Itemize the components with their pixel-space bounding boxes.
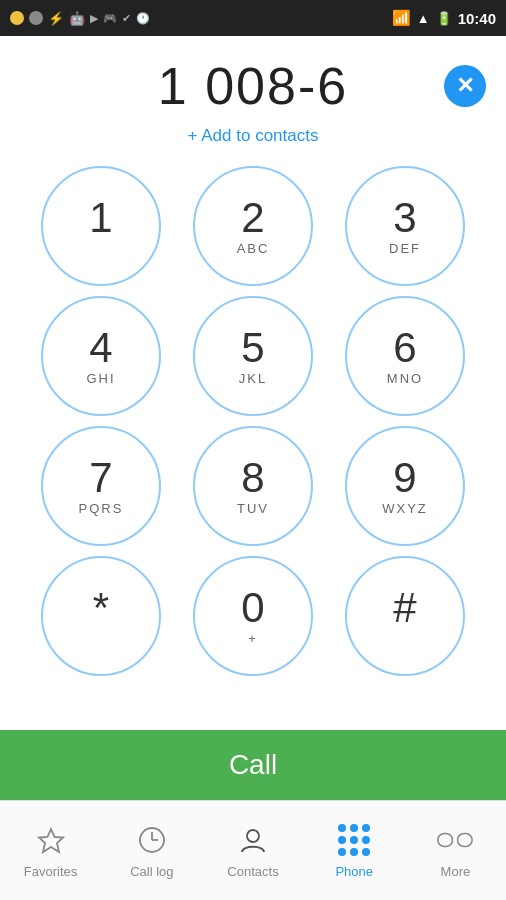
- dial-key-5[interactable]: 5JKL: [193, 296, 313, 416]
- dial-num-9: *: [93, 585, 109, 631]
- dot2: [350, 824, 358, 832]
- dial-key-2[interactable]: 2ABC: [193, 166, 313, 286]
- dial-letters-4: JKL: [239, 371, 267, 387]
- dial-letters-7: TUV: [237, 501, 269, 517]
- dial-key-#[interactable]: #: [345, 556, 465, 676]
- nav-item-favorites[interactable]: Favorites: [0, 822, 101, 879]
- dial-num-10: 0: [241, 585, 264, 631]
- dial-letters-3: GHI: [86, 371, 115, 387]
- add-to-contacts-button[interactable]: + Add to contacts: [188, 126, 319, 146]
- calllog-icon: [134, 822, 170, 858]
- clock2-icon: 🕐: [136, 12, 150, 25]
- dial-letters-8: WXYZ: [382, 501, 428, 517]
- dot4: [338, 836, 346, 844]
- contacts-label: Contacts: [227, 864, 278, 879]
- svg-rect-5: [438, 833, 453, 846]
- call-label: Call: [229, 749, 277, 781]
- dial-key-6[interactable]: 6MNO: [345, 296, 465, 416]
- wifi-icon: 📶: [392, 9, 411, 27]
- nav-item-calllog[interactable]: Call log: [101, 822, 202, 879]
- dial-key-1[interactable]: 1: [41, 166, 161, 286]
- dial-num-3: 4: [89, 325, 112, 371]
- phone-icon: [336, 822, 372, 858]
- status-time: 10:40: [458, 10, 496, 27]
- status-bar-icons: ⚡ 🤖 ▶ 🎮 ✔ 🕐: [10, 11, 150, 26]
- dot3: [362, 824, 370, 832]
- favorites-label: Favorites: [24, 864, 77, 879]
- contacts-icon: [235, 822, 271, 858]
- phone-number-display: 1 008-6: [158, 56, 348, 116]
- phone-label: Phone: [335, 864, 373, 879]
- clear-icon: ✕: [456, 75, 474, 97]
- dial-num-4: 5: [241, 325, 264, 371]
- bottom-nav: Favorites Call log Contacts: [0, 800, 506, 900]
- dialpad: 12ABC3DEF4GHI5JKL6MNO7PQRS8TUV9WXYZ*0+#: [0, 166, 506, 676]
- more-label: More: [441, 864, 471, 879]
- dot8: [350, 848, 358, 856]
- dial-key-9[interactable]: 9WXYZ: [345, 426, 465, 546]
- dial-num-8: 9: [393, 455, 416, 501]
- nav-item-more[interactable]: More: [405, 822, 506, 879]
- more-icon: [437, 822, 473, 858]
- dial-num-1: 2: [241, 195, 264, 241]
- dot5: [350, 836, 358, 844]
- dial-key-7[interactable]: 7PQRS: [41, 426, 161, 546]
- signal-icon: ▲: [417, 11, 430, 26]
- dial-letters-5: MNO: [387, 371, 423, 387]
- game-icon: 🎮: [103, 12, 117, 25]
- favorites-icon: [33, 822, 69, 858]
- check-icon: ✔: [122, 12, 131, 25]
- dial-num-6: 7: [89, 455, 112, 501]
- dial-letters-1: ABC: [237, 241, 270, 257]
- dial-key-0[interactable]: 0+: [193, 556, 313, 676]
- dot1: [338, 824, 346, 832]
- usb-icon: ⚡: [48, 11, 64, 26]
- status-icon-minus: [29, 11, 43, 25]
- dial-num-5: 6: [393, 325, 416, 371]
- dial-key-*[interactable]: *: [41, 556, 161, 676]
- dial-letters-6: PQRS: [79, 501, 124, 517]
- dot6: [362, 836, 370, 844]
- dial-num-7: 8: [241, 455, 264, 501]
- status-bar-right: 📶 ▲ 🔋 10:40: [392, 9, 496, 27]
- calllog-label: Call log: [130, 864, 173, 879]
- number-display-row: 1 008-6 ✕: [0, 56, 506, 116]
- call-button[interactable]: Call: [0, 730, 506, 800]
- clear-button[interactable]: ✕: [444, 65, 486, 107]
- dial-letters-10: +: [248, 631, 258, 647]
- play-icon: ▶: [90, 12, 98, 25]
- android-icon: 🤖: [69, 11, 85, 26]
- main-content: 1 008-6 ✕ + Add to contacts 12ABC3DEF4GH…: [0, 36, 506, 730]
- svg-point-4: [247, 830, 259, 842]
- dial-num-0: 1: [89, 195, 112, 241]
- dial-key-4[interactable]: 4GHI: [41, 296, 161, 416]
- dial-key-8[interactable]: 8TUV: [193, 426, 313, 546]
- dial-num-11: #: [393, 585, 416, 631]
- dial-num-2: 3: [393, 195, 416, 241]
- nav-item-contacts[interactable]: Contacts: [202, 822, 303, 879]
- svg-rect-6: [458, 833, 473, 846]
- dot7: [338, 848, 346, 856]
- dial-letters-2: DEF: [389, 241, 421, 257]
- battery-icon: 🔋: [436, 11, 452, 26]
- nav-item-phone[interactable]: Phone: [304, 822, 405, 879]
- status-bar: ⚡ 🤖 ▶ 🎮 ✔ 🕐 📶 ▲ 🔋 10:40: [0, 0, 506, 36]
- status-icon-circle: [10, 11, 24, 25]
- dot9: [362, 848, 370, 856]
- dial-key-3[interactable]: 3DEF: [345, 166, 465, 286]
- svg-marker-0: [39, 829, 63, 852]
